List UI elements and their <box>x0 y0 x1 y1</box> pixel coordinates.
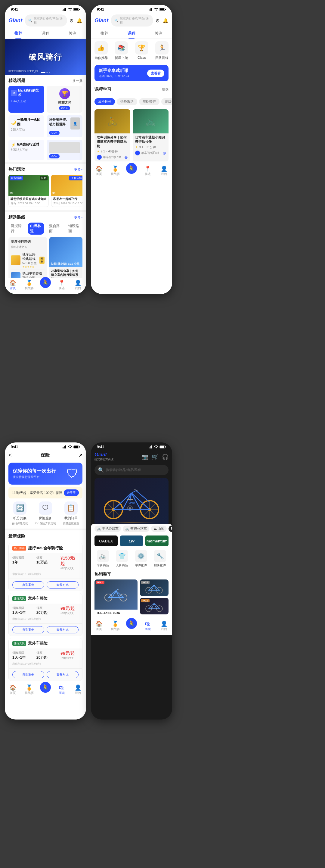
topic-card-0[interactable]: M Mark骑行的艺术 1.4w人互动 <box>8 86 44 113</box>
ins-icon-item-0[interactable]: 🔄 积分兑换 在行保险无忧 <box>8 501 32 526</box>
route-tab-3[interactable]: 铺设路面 <box>66 223 83 235</box>
ins-icon-item-2[interactable]: 📋 我的订单 按量进度查查 <box>59 501 83 526</box>
nav-me-2[interactable]: 👤 我的 <box>156 166 172 176</box>
course-card-0[interactable]: 🚴 功率训练分享｜如何搭建室内骑行训练系统 ★ 9.1 · 40分钟 单车智驾 <box>95 109 130 161</box>
tab-recommend-2[interactable]: 推荐 <box>91 28 118 38</box>
course-card-1[interactable]: 🚲 日常骑车通勤小知识骑行后拉伸 ★ 9.1 · 21分钟 单车智驾Fast <box>133 109 168 161</box>
tab-recommend-1[interactable]: 推荐 <box>5 28 32 38</box>
route-item-0[interactable]: 独库公路经典路线 575.8 公里 ★★★★★ 推荐 <box>11 251 44 270</box>
course-filter[interactable]: 筛选 <box>162 87 168 92</box>
nav-ride-2[interactable]: 🚴 <box>123 166 140 176</box>
nav-me-1[interactable]: 👤 我的 <box>70 280 86 290</box>
tab-follow-2[interactable]: 关注 <box>145 28 172 38</box>
topic-5-go[interactable]: GO> <box>49 154 60 158</box>
route-tab-2[interactable]: 混合路面 <box>46 223 64 235</box>
ins-icon-item-1[interactable]: 🛡 保险服务 1V1保险方案定制 <box>34 501 57 526</box>
promo-banner-2[interactable]: 新手专享试听课 活动 2024, 10.9~12.24 去看看 <box>95 65 168 81</box>
topic-go-btn[interactable]: GO > <box>59 106 70 110</box>
nav-me-4[interactable]: 👤 我的 <box>70 685 86 695</box>
nav-challenge-4[interactable]: 🏅 挑战赛 <box>21 685 37 695</box>
nav-home-1[interactable]: 🏠 首页 <box>5 280 21 290</box>
hot-bike-card-0[interactable]: NO.1 <box>95 580 137 617</box>
pcat-1[interactable]: 🚲 弯把公路车 <box>123 526 149 532</box>
ptype-3[interactable]: 🔧 服务配件 <box>152 550 169 567</box>
tab-course-2[interactable]: 课程 <box>118 28 145 38</box>
brand-momentum[interactable]: momentum <box>145 535 168 546</box>
tab-course-1[interactable]: 课程 <box>32 28 59 38</box>
nav-home-3[interactable]: 🏠 首页 <box>91 621 107 631</box>
nav-challenge-2[interactable]: 🏅 挑战赛 <box>107 166 123 176</box>
shop-search-bar[interactable]: 🔍 搜索骑行路品/商品/课程 <box>95 465 168 475</box>
nav-ride-3[interactable]: 🚴 <box>123 621 140 631</box>
pcat-0[interactable]: 🚲 平把公路车 <box>95 526 121 532</box>
route-tab-0[interactable]: 沉浸骑行 <box>8 223 25 235</box>
pcat-2[interactable]: ⛰ 山地 <box>151 526 167 532</box>
hot-topics-action[interactable]: 换一批 <box>72 79 83 83</box>
activity-card-0[interactable]: 官方活动 报名 99 骑行的快乐只有试过才知道 青岛 | 2024.08.15~… <box>8 175 49 207</box>
course-icon-0[interactable]: 👍 为你推荐 <box>95 41 108 60</box>
ins-card-0[interactable]: 热门推荐 捷行365·全年骑行险 保险额限 1年 保额 10万起 <box>8 543 83 591</box>
course-icon-3[interactable]: 🏃 团队训练 <box>155 41 168 60</box>
routes-more[interactable]: 更多> <box>74 215 83 220</box>
topic-card-4[interactable]: ⚡ E来去骑行派对 80518人互动 <box>8 140 44 160</box>
topic-card-2[interactable]: 🌙 一轮满月一念团圆 268人互动 <box>8 115 44 137</box>
nav-track-1[interactable]: 📍 骑迹 <box>54 280 70 290</box>
ins-hero-shield: 🛡 <box>66 467 78 480</box>
ins-btn-compare-1[interactable]: 套餐对比 <box>46 626 78 633</box>
topic-card-1[interactable]: 🏆 荣耀之光 GO > <box>46 86 83 113</box>
scan-icon-1[interactable]: ⊙ <box>69 18 73 24</box>
ins-promo-btn[interactable]: 去看看 <box>64 489 79 496</box>
ins-btn-case-2[interactable]: 典型案例 <box>12 671 44 678</box>
ins-card-1[interactable]: 捷行无忧 意外车损险 保险额限 1天~1年 保额 20万起 <box>8 593 83 636</box>
route-tab-1[interactable]: 山野林道 <box>28 223 44 235</box>
bell-icon-2[interactable]: 🔔 <box>162 18 168 24</box>
back-btn-4[interactable]: < <box>8 452 12 458</box>
nav-challenge-3[interactable]: 🏅 挑战赛 <box>107 621 123 631</box>
topic-card-3[interactable]: 坤哥测评·电动力新道路 👤 GO> <box>46 115 83 137</box>
search-bar-2[interactable]: 🔍 搜索骑行路线/商品/课程 <box>111 14 153 27</box>
nav-shop-4[interactable]: 🛍 商城 <box>54 685 70 695</box>
topic-3-go[interactable]: GO> <box>49 131 60 135</box>
ins-btn-compare-2[interactable]: 套餐对比 <box>46 671 78 678</box>
nav-challenge-1[interactable]: 🏅 挑战赛 <box>21 280 37 290</box>
ins-btn-compare-0[interactable]: 套餐对比 <box>46 581 78 589</box>
cart-icon-3[interactable]: 🛒 <box>152 454 158 460</box>
nav-home-4[interactable]: 🏠 首页 <box>5 685 21 695</box>
course-icon-1[interactable]: 📚 新课上架 <box>115 41 128 60</box>
share-icon-4[interactable]: ↗ <box>78 453 83 458</box>
tab-follow-1[interactable]: 关注 <box>59 28 86 38</box>
scan-icon-2[interactable]: ⊙ <box>156 18 160 24</box>
ptype-2[interactable]: ⚙️ 零件配件 <box>133 550 150 567</box>
nav-home-2[interactable]: 🏠 首页 <box>91 166 107 176</box>
nav-me-3[interactable]: 👤 我的 <box>156 621 172 631</box>
promo-btn[interactable]: 去看看 <box>147 69 164 77</box>
ptype-0[interactable]: 🚲 车身商品 <box>95 550 111 567</box>
chip-2[interactable]: 基础骑行 <box>139 98 160 105</box>
search-bar-1[interactable]: 🔍 搜索骑行路线/商品/课程 <box>25 14 67 27</box>
bell-icon-1[interactable]: 🔔 <box>76 18 83 24</box>
headphone-icon-3[interactable]: 🎧 <box>162 454 168 460</box>
brand-liv[interactable]: Liv <box>120 535 143 546</box>
camera-icon-3[interactable]: 📷 <box>141 454 148 460</box>
ins-btn-case-0[interactable]: 典型案例 <box>12 581 44 589</box>
course-icon-2[interactable]: 🏆 Class <box>135 41 149 60</box>
ins-btn-case-1[interactable]: 典型案例 <box>12 626 44 633</box>
brand-cadex[interactable]: CADEX <box>95 535 118 546</box>
hot-bike-card-1[interactable]: NO.2 <box>140 580 168 596</box>
nav-ride-1[interactable]: 🚴 <box>37 280 54 290</box>
add-icon-1[interactable]: ⊕ <box>162 151 166 155</box>
add-icon-0[interactable]: ⊕ <box>124 155 128 160</box>
ins-card-2[interactable]: 捷行无忧 意外车损险 保险额限 1天~1年 保额 20万起 <box>8 638 83 681</box>
chip-0[interactable]: 放松拉伸 <box>95 98 115 105</box>
activities-more[interactable]: 更多> <box>74 167 83 172</box>
nav-shop-3[interactable]: 🛍 商城 <box>140 621 156 631</box>
ptype-1[interactable]: 👕 人身商品 <box>114 550 131 567</box>
nav-ride-4[interactable]: 🚴 <box>37 685 54 695</box>
nav-track-2[interactable]: 📍 骑迹 <box>140 166 156 176</box>
pcat-3[interactable]: ☰ 全部 <box>168 526 172 532</box>
chip-3[interactable]: 高级技巧 <box>161 98 172 105</box>
chip-1[interactable]: 热身激活 <box>117 98 137 105</box>
activity-card-1[interactable]: 了解详情 99 和朋友一起地飞行 青岛 | 2024.08.15~10.30 <box>51 175 83 207</box>
hot-bike-card-2[interactable]: NO.3 <box>140 598 168 614</box>
topic-card-5[interactable]: GO> <box>46 140 83 160</box>
